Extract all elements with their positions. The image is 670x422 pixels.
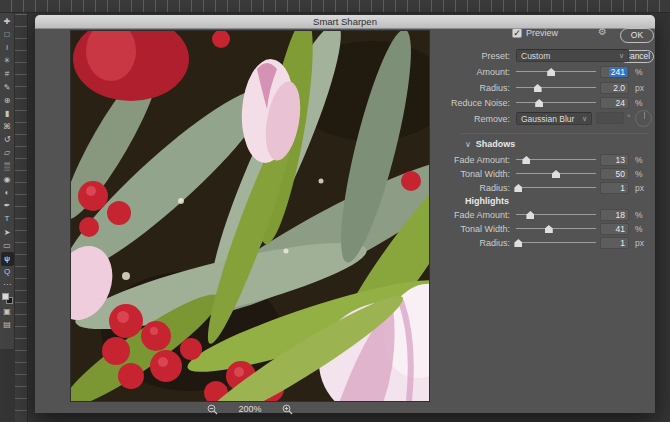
highlights-radius-unit: px — [635, 238, 644, 248]
preset-dropdown[interactable]: Custom ∨ — [516, 49, 629, 62]
magic-wand-tool-icon[interactable]: ✳ — [1, 55, 14, 68]
eyedropper-tool-icon[interactable]: ✎ — [1, 81, 14, 94]
reduce-noise-value[interactable]: 24 — [600, 97, 629, 109]
highlights-fade-row: Fade Amount: 18 % — [35, 209, 655, 221]
highlights-fade-value[interactable]: 18 — [600, 209, 629, 221]
divider — [460, 133, 648, 134]
highlights-tonal-slider[interactable] — [516, 223, 596, 235]
slider-thumb[interactable] — [547, 68, 555, 76]
shadows-fade-value[interactable]: 13 — [600, 154, 629, 166]
radius-unit: px — [635, 83, 644, 93]
shadows-radius-row: Radius: 1 px — [35, 182, 655, 194]
shadows-tonal-row: Tonal Width: 50 % — [35, 168, 655, 180]
highlights-fade-label: Fade Amount: — [454, 210, 510, 220]
shadows-radius-label: Radius: — [479, 183, 510, 193]
dialog-title: Smart Sharpen — [313, 16, 377, 27]
shadows-radius-unit: px — [635, 183, 644, 193]
angle-value-field — [596, 112, 624, 124]
highlights-fade-slider[interactable] — [516, 209, 596, 221]
highlights-header[interactable]: Highlights — [465, 196, 509, 206]
magnifier-plus-icon[interactable] — [282, 403, 294, 415]
preset-label: Preset: — [481, 51, 510, 61]
radius-value[interactable]: 2.0 — [600, 82, 629, 94]
ok-button[interactable]: OK — [620, 28, 654, 43]
shadows-tonal-label: Tonal Width: — [460, 169, 510, 179]
shadows-header[interactable]: ∨Shadows — [465, 139, 515, 149]
preview-checkbox-label: Preview — [526, 28, 558, 38]
dialog-titlebar[interactable]: Smart Sharpen — [35, 15, 655, 29]
slider-thumb[interactable] — [535, 99, 543, 107]
remove-label: Remove: — [474, 114, 510, 124]
highlights-tonal-label: Tonal Width: — [460, 224, 510, 234]
history-brush-tool-icon[interactable]: ↺ — [1, 134, 14, 147]
radius-slider[interactable] — [516, 82, 596, 94]
remove-dropdown[interactable]: Gaussian Blur ∨ — [516, 112, 592, 125]
gear-icon[interactable]: ⚙ — [598, 27, 607, 37]
amount-value[interactable]: 241 — [600, 66, 629, 78]
radius-label: Radius: — [479, 83, 510, 93]
reduce-noise-label: Reduce Noise: — [451, 98, 510, 108]
photoshop-window: ✚□≀✳#✎⊕▮⌘↺▱▒◉◐✒T➤▭ψQ⋯▣▤ Smart Sharpen — [0, 0, 670, 422]
magnifier-minus-icon[interactable] — [206, 403, 218, 415]
shadows-radius-value[interactable]: 1 — [600, 182, 629, 194]
amount-label: Amount: — [476, 67, 510, 77]
highlights-radius-label: Radius: — [479, 238, 510, 248]
highlights-tonal-row: Tonal Width: 41 % — [35, 223, 655, 235]
shadows-tonal-slider[interactable] — [516, 168, 596, 180]
slider-thumb[interactable] — [514, 184, 522, 192]
shadows-radius-slider[interactable] — [516, 182, 596, 194]
move-tool-icon[interactable]: ✚ — [1, 15, 14, 28]
slider-thumb[interactable] — [545, 225, 553, 233]
quick-mask-icon[interactable]: ▣ — [1, 305, 14, 318]
zoom-tool-icon[interactable]: Q — [1, 266, 14, 279]
shadows-fade-slider[interactable] — [516, 154, 596, 166]
amount-unit: % — [635, 67, 643, 77]
highlights-fade-unit: % — [635, 210, 643, 220]
gradient-tool-icon[interactable]: ▒ — [1, 160, 14, 173]
amount-slider[interactable] — [516, 66, 596, 78]
highlights-radius-row: Radius: 1 px — [35, 237, 655, 249]
preview-zoom-controls: 200% — [70, 403, 430, 415]
color-swatches[interactable] — [1, 292, 14, 305]
healing-brush-tool-icon[interactable]: ⊕ — [1, 94, 14, 107]
highlights-radius-value[interactable]: 1 — [600, 237, 629, 249]
brush-tool-icon[interactable]: ▮ — [1, 107, 14, 120]
highlights-tonal-value[interactable]: 41 — [600, 223, 629, 235]
slider-thumb[interactable] — [534, 84, 542, 92]
chevron-down-icon: ∨ — [619, 52, 624, 60]
slider-thumb[interactable] — [526, 211, 534, 219]
slider-thumb[interactable] — [522, 156, 530, 164]
reduce-noise-slider[interactable] — [516, 97, 596, 109]
shadows-fade-unit: % — [635, 155, 643, 165]
eraser-tool-icon[interactable]: ▱ — [1, 147, 14, 160]
screen-mode-icon[interactable]: ▤ — [1, 318, 14, 331]
crop-tool-icon[interactable]: # — [1, 68, 14, 81]
clone-stamp-tool-icon[interactable]: ⌘ — [1, 121, 14, 134]
slider-thumb[interactable] — [552, 170, 560, 178]
highlights-tonal-unit: % — [635, 224, 643, 234]
vertical-ruler — [15, 13, 28, 422]
marquee-tool-icon[interactable]: □ — [1, 28, 14, 41]
more-tools-icon[interactable]: ⋯ — [1, 279, 14, 292]
reduce-noise-row: Reduce Noise: 24 % — [35, 97, 655, 109]
pen-tool-icon[interactable]: ✒ — [1, 200, 14, 213]
slider-thumb[interactable] — [514, 239, 522, 247]
reduce-noise-unit: % — [635, 98, 643, 108]
zoom-level[interactable]: 200% — [238, 404, 261, 414]
angle-dial — [635, 110, 652, 127]
highlights-radius-slider[interactable] — [516, 237, 596, 249]
blur-tool-icon[interactable]: ◉ — [1, 173, 14, 186]
shape-tool-icon[interactable]: ▭ — [1, 239, 14, 252]
dodge-tool-icon[interactable]: ◐ — [1, 186, 14, 199]
degree-unit: ° — [627, 113, 630, 123]
preview-checkbox[interactable]: ✓ — [512, 28, 522, 38]
smart-sharpen-dialog: Smart Sharpen — [35, 15, 655, 413]
chevron-down-icon: ∨ — [465, 140, 471, 149]
amount-row: Amount: 241 % — [35, 66, 655, 78]
shadows-fade-row: Fade Amount: 13 % — [35, 154, 655, 166]
hand-tool-icon[interactable]: ψ — [1, 252, 14, 265]
lasso-tool-icon[interactable]: ≀ — [1, 41, 14, 54]
path-select-tool-icon[interactable]: ➤ — [1, 226, 14, 239]
type-tool-icon[interactable]: T — [1, 213, 14, 226]
shadows-tonal-value[interactable]: 50 — [600, 168, 629, 180]
